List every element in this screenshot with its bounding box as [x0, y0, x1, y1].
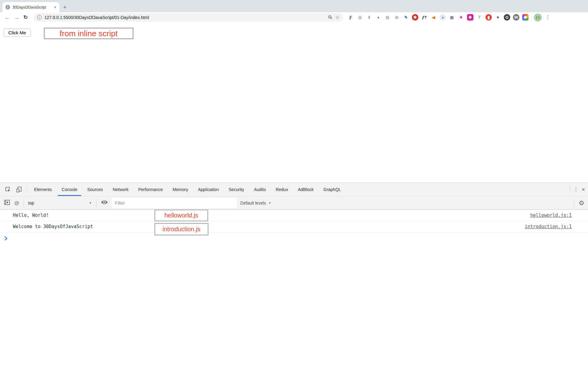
tab-performance[interactable]: Performance	[134, 183, 166, 196]
devtools-tabbar: Elements Console Sources Network Perform…	[0, 183, 588, 196]
pink-gear-extension-icon[interactable]: ✱	[467, 14, 473, 21]
address-bar[interactable]: i 127.0.0.1:5500/30DaysOfJavaScript/01-D…	[33, 13, 343, 22]
console-message-row: Hello, World! helloworld.js:1	[0, 210, 588, 221]
console-toolbar-separator	[96, 199, 96, 207]
tab-console[interactable]: Console	[58, 183, 81, 196]
red-bookmark-extension-icon[interactable]: ▮	[485, 14, 492, 21]
console-source-link[interactable]: helloworld.js:1	[530, 213, 572, 218]
live-expression-eye-icon[interactable]	[101, 200, 108, 206]
chevron-down-icon: ▼	[89, 201, 92, 205]
browser-toolbar: ← → ↻ i 127.0.0.1:5500/30DaysOfJavaScrip…	[0, 12, 588, 22]
browser-chrome: 30DaysOfJavaScript × + ← → ↻ i 127.0.0.1…	[0, 0, 588, 22]
tab-audits[interactable]: Audits	[250, 183, 270, 196]
url-text[interactable]: 127.0.0.1:5500/30DaysOfJavaScript/01-Day…	[44, 15, 325, 20]
execution-context-label: top	[28, 201, 34, 205]
console-message-row: Welcome to 30DaysOfJavaScript introducti…	[0, 221, 588, 232]
tab-graphql[interactable]: GraphQL	[320, 183, 345, 196]
zoom-icon[interactable]	[328, 15, 333, 20]
tab-title: 30DaysOfJavaScript	[13, 5, 51, 10]
console-sidebar-toggle-icon[interactable]	[4, 199, 10, 207]
stop-hand-extension-icon[interactable]: ✱	[412, 14, 418, 21]
back-icon[interactable]: ←	[3, 15, 11, 20]
function-help-extension-icon[interactable]: ƒ?	[421, 14, 428, 21]
target-circle-extension-icon[interactable]: ◎	[357, 14, 363, 21]
tab-sources[interactable]: Sources	[84, 183, 107, 196]
dots-circle-extension-icon[interactable]: ⊙	[394, 14, 400, 21]
console-messages: Hello, World! helloworld.js:1 Welcome to…	[0, 210, 588, 244]
console-message-text: Hello, World!	[13, 213, 530, 218]
tab-close-icon[interactable]: ×	[54, 5, 56, 10]
camera-extension-icon[interactable]: ▣	[449, 14, 455, 21]
tab-security[interactable]: Security	[225, 183, 248, 196]
console-toolbar-separator	[24, 199, 24, 207]
devtools-menu-icon[interactable]: ⋮	[573, 187, 579, 192]
toolbar-separator	[531, 14, 531, 21]
console-toolbar: ⊘ top ▼ Default levels ▼ ⚙	[0, 196, 588, 210]
browser-tab[interactable]: 30DaysOfJavaScript ×	[2, 2, 59, 12]
annotation-helloworld: helloworld.js	[154, 209, 208, 221]
tab-adblock[interactable]: AdBlock	[294, 183, 317, 196]
profile-avatar[interactable]: { }	[534, 13, 542, 21]
log-levels-label: Default levels	[240, 201, 266, 205]
g-circle-extension-icon[interactable]: G	[504, 14, 510, 21]
pink-star-extension-icon[interactable]: ✶	[458, 14, 464, 21]
w-circle-extension-icon[interactable]: W	[513, 14, 519, 21]
console-prompt-chevron-icon	[4, 236, 8, 240]
devtools-separator	[27, 186, 27, 193]
console-toolbar-separator	[574, 199, 574, 207]
log-levels-select[interactable]: Default levels ▼	[240, 201, 271, 205]
devtools-close-icon[interactable]: ×	[582, 186, 585, 192]
console-message-text: Welcome to 30DaysOfJavaScript	[13, 224, 525, 229]
tab-network[interactable]: Network	[109, 183, 132, 196]
page-info-icon[interactable]: i	[37, 15, 42, 20]
bug-extension-icon[interactable]: ●	[375, 14, 382, 21]
bookmark-star-icon[interactable]: ☆	[335, 15, 340, 20]
tab-elements[interactable]: Elements	[30, 183, 55, 196]
filter-input[interactable]	[112, 198, 237, 208]
new-tab-button[interactable]: +	[63, 4, 66, 10]
tab-memory[interactable]: Memory	[169, 183, 192, 196]
tab-application[interactable]: Application	[194, 183, 223, 196]
swirl-extension-icon[interactable]: ◕	[439, 14, 446, 21]
console-prompt[interactable]	[0, 232, 588, 244]
eyedropper-extension-icon[interactable]: ✎	[403, 14, 409, 21]
execution-context-select[interactable]: top ▼	[28, 201, 92, 205]
console-source-link[interactable]: introduction.js:1	[525, 224, 572, 229]
inline-script-output-box: from inline script	[44, 28, 134, 39]
panel-bars-extension-icon[interactable]: ‖	[366, 14, 372, 21]
annotation-introduction: introduction.js	[154, 223, 209, 236]
tab-redux[interactable]: Redux	[272, 183, 292, 196]
page-content: Click Me from inline script	[0, 22, 588, 182]
device-toolbar-icon[interactable]	[13, 183, 24, 196]
heart-search-extension-icon[interactable]: ♥	[495, 14, 501, 21]
chevron-down-icon: ▼	[269, 201, 271, 205]
extensions-area: Ƒ◎‖●▦⊙✎✱ƒ?◀◕▣✶✱⊤▮♥GW	[348, 14, 529, 21]
click-me-button[interactable]: Click Me	[4, 29, 31, 37]
tab-strip: 30DaysOfJavaScript × +	[0, 0, 588, 12]
clear-console-icon[interactable]: ⊘	[14, 200, 19, 206]
console-settings-gear-icon[interactable]: ⚙	[579, 200, 584, 206]
inspect-element-icon[interactable]	[2, 183, 13, 196]
script-f-extension-icon[interactable]: Ƒ	[348, 14, 354, 21]
globe-favicon-icon	[6, 5, 10, 10]
grid-extension-icon[interactable]: ▦	[384, 14, 391, 21]
browser-menu-icon[interactable]: ⋮	[545, 14, 550, 21]
devtools-separator	[570, 186, 570, 194]
reload-icon[interactable]: ↻	[21, 15, 30, 20]
forward-icon[interactable]: →	[12, 15, 21, 20]
megaphone-extension-icon[interactable]: ◀	[430, 14, 437, 21]
blocks-extension-icon[interactable]: ⊤	[476, 14, 483, 21]
devtools-panel: Elements Console Sources Network Perform…	[0, 182, 588, 244]
color-ring-extension-icon[interactable]	[522, 14, 529, 21]
